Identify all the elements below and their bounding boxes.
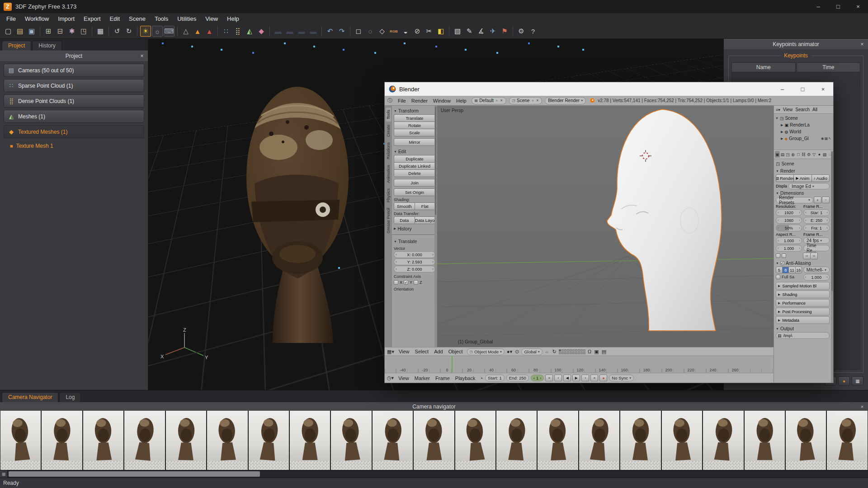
aa-samples-button[interactable]: 5 (776, 267, 783, 273)
layer-toggle[interactable] (572, 352, 575, 354)
keypoints-panel-close-icon[interactable]: × (858, 39, 866, 49)
next-keyframe-button[interactable]: › (581, 375, 589, 381)
layer-toggle[interactable] (583, 349, 585, 352)
camera-thumbnail[interactable] (290, 411, 330, 470)
play-button[interactable]: ▶ (572, 375, 580, 381)
aa-samples-button[interactable]: 11 (788, 267, 795, 273)
layer-toggle[interactable] (578, 349, 580, 352)
horizontal-scrollbar[interactable]: ▦ (0, 470, 868, 478)
tool-shelf-tab[interactable]: Animation (386, 163, 391, 185)
flat-button[interactable]: Flat (415, 202, 436, 210)
operator-panel-header[interactable]: ▼Translate (394, 238, 435, 245)
aa-filter-selector[interactable]: Mitchell-▾ (803, 267, 830, 273)
timeline-ruler[interactable]: -40-200204060801001201401601802002202402… (385, 356, 774, 373)
tool-shelf-tab[interactable]: Relations (386, 140, 391, 162)
set-origin-button[interactable]: Set Origin (394, 188, 435, 196)
textured-head-model[interactable] (230, 79, 361, 345)
timeline-menu-item[interactable]: Marker (412, 375, 432, 382)
constraints-tab-icon[interactable]: ⛓ (801, 151, 806, 158)
blender-menu-item[interactable]: File (396, 97, 408, 104)
film-frame-4-icon[interactable]: ▬ (308, 26, 319, 37)
rotate-button[interactable]: Rotate (394, 122, 435, 129)
frame-start-field[interactable]: ‹Star: 1› (803, 209, 830, 216)
shelf-divider[interactable] (392, 235, 437, 236)
rotate-ccw-icon[interactable]: ↺ (112, 26, 123, 37)
camera-thumbnail[interactable] (83, 411, 123, 470)
keypoints-toolbar-button[interactable]: ▦ (852, 376, 863, 385)
close-button[interactable]: × (848, 0, 868, 13)
layer-toggle[interactable] (572, 349, 575, 352)
render-ogl-icon[interactable]: ▣ (594, 349, 599, 355)
object-tab-icon[interactable]: □ (796, 151, 801, 158)
data-button[interactable]: Data (394, 216, 415, 224)
current-frame-marker[interactable] (452, 356, 453, 373)
render-image-button[interactable]: ▧Render (776, 174, 794, 182)
smooth-button[interactable]: Smooth (394, 202, 415, 210)
history-panel-header[interactable]: ▶History (394, 225, 435, 232)
timeline-menu-item[interactable]: Playback (453, 375, 478, 382)
remove-preset-button[interactable]: － (822, 197, 830, 203)
blender-minimize-button[interactable]: – (772, 82, 793, 96)
scrollbar-thumb[interactable] (9, 471, 260, 477)
resolution-y-field[interactable]: ‹1080› (776, 217, 802, 224)
quality-low-icon[interactable]: △ (180, 26, 191, 37)
layer-toggle[interactable] (561, 352, 564, 354)
resolution-x-field[interactable]: ‹1920› (776, 209, 802, 216)
collapsed-panel-header[interactable]: ▶Shading (776, 291, 830, 298)
jump-to-start-button[interactable]: « (545, 375, 553, 381)
frame-rate-selector[interactable]: 24 fps▾ (803, 237, 830, 244)
render-audio-button[interactable]: ♪Audio (811, 174, 830, 182)
menu-item[interactable]: File (2, 14, 20, 23)
layer-toggle[interactable] (567, 349, 569, 352)
pivot-center-icon[interactable]: ⊙ (514, 349, 519, 355)
mode-selector[interactable]: ◳ Object Mode▾ (467, 348, 505, 355)
manual-edit-icon[interactable]: ✎ (464, 26, 475, 37)
aspect-y-field[interactable]: ‹1.000› (776, 245, 802, 252)
vector-x-field[interactable]: ‹X: 0.000› (394, 251, 435, 258)
layer-toggle[interactable] (564, 352, 566, 354)
play-reverse-button[interactable]: ◀ (563, 375, 571, 381)
blender-titlebar[interactable]: Blender – □ × (385, 82, 833, 96)
column-time[interactable]: Time (797, 62, 861, 72)
render-panel-header[interactable]: ▼Render (776, 167, 830, 174)
menu-item[interactable]: Utilities (173, 14, 201, 23)
layer-toggle[interactable] (575, 352, 577, 354)
camera-icon[interactable]: ▦ (95, 26, 106, 37)
menu-item[interactable]: Workflow (20, 14, 53, 23)
dense-points-icon[interactable]: ⣿ (232, 26, 243, 37)
data-layout-button[interactable]: Data Layo (415, 216, 436, 224)
quality-med-icon[interactable]: ▲ (192, 26, 203, 37)
mirror-button[interactable]: Mirror (394, 138, 435, 146)
render-engine-selector[interactable]: Blender Render ▾ (545, 97, 586, 104)
camera-thumbnail[interactable] (0, 411, 41, 470)
camera-thumbnail[interactable] (620, 411, 660, 470)
view3d-menu-item[interactable]: Add (432, 348, 445, 355)
lasso-select-icon[interactable]: ◌ (365, 26, 376, 37)
aspect-x-field[interactable]: ‹1.000› (776, 237, 802, 244)
outliner-menu-item[interactable]: All (811, 106, 819, 113)
paint-icon[interactable]: ⚑ (499, 26, 510, 37)
camera-thumbnail[interactable] (827, 411, 867, 470)
jump-to-end-button[interactable]: » (590, 375, 598, 381)
collapsed-panel-header[interactable]: ▶Metadata (776, 316, 830, 324)
crop-checkbox[interactable] (782, 253, 786, 258)
step-back-button[interactable]: ‹‹ (803, 253, 811, 259)
bulb-on-icon[interactable]: ☀ (140, 26, 151, 37)
anti-aliasing-panel-header[interactable]: ▼✓ Anti-Aliasing (776, 259, 830, 267)
sparse-points-icon[interactable]: ∷ (221, 26, 231, 37)
timeline-menu-item[interactable]: View (396, 375, 411, 382)
aa-enabled-checkbox[interactable]: ✓ (780, 261, 784, 265)
timeline-menu-item[interactable]: Frame (433, 375, 452, 382)
color-pick-icon[interactable]: ◧ (435, 26, 446, 37)
filter-size-field[interactable]: ‹1.000› (803, 274, 830, 281)
mesh-head-model[interactable] (594, 107, 726, 335)
scrollbar-stepper[interactable]: ▦ (0, 470, 8, 478)
menu-item[interactable]: Export (79, 14, 105, 23)
start-frame-field[interactable]: Start: 1 (485, 375, 505, 381)
frame-step-field[interactable]: ‹Fra: 1› (803, 225, 830, 231)
preview-range-icon[interactable]: ◔ (479, 375, 483, 381)
resolution-percentage-slider[interactable]: ‹50%› (776, 225, 802, 231)
frame-end-field[interactable]: ‹E: 250› (803, 217, 830, 224)
scale-button[interactable]: Scale (394, 129, 435, 136)
render-tab-icon[interactable]: ▣ (775, 151, 780, 158)
